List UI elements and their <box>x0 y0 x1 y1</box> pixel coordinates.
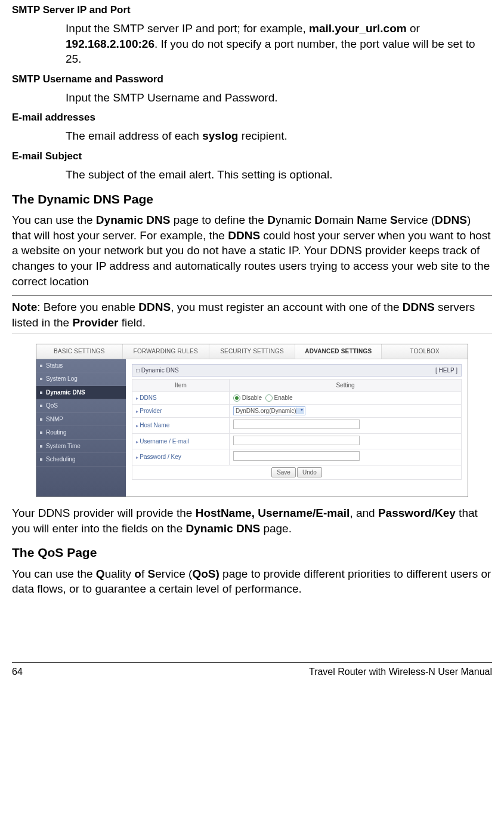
text: ynamic <box>276 214 314 226</box>
sidebar-item-snmp[interactable]: SNMP <box>36 413 126 427</box>
text: omain <box>323 214 357 226</box>
row-value-ddns: Disable Enable <box>230 391 462 404</box>
text-bold: DDNS <box>228 229 260 242</box>
tab-label: SECURITY SETTINGS <box>220 347 284 356</box>
panel-title: □ Dynamic DNS <box>136 366 179 375</box>
bullet-icon <box>40 431 42 434</box>
text-bold: S <box>390 214 398 226</box>
sidebar-item-label: System Time <box>46 442 81 451</box>
note-box: Note: Before you enable DDNS, you must r… <box>12 295 492 334</box>
sidebar-item-label: System Log <box>46 375 78 383</box>
text-bold: Q <box>96 568 105 580</box>
row-value-username <box>230 433 462 449</box>
sidebar-item-system-time[interactable]: System Time <box>36 440 126 454</box>
term-smtp-user: SMTP Username and Password <box>12 73 492 87</box>
row-value-hostname <box>230 418 462 434</box>
desc-smtp-user: Input the SMTP Username and Password. <box>66 90 492 106</box>
sidebar-item-system-log[interactable]: System Log <box>36 372 126 386</box>
provider-select[interactable]: DynDNS.org(Dynamic) <box>233 406 305 416</box>
text: ervice ( <box>155 568 192 580</box>
text-bold: Provider <box>72 316 118 329</box>
sidebar-item-label: QoS <box>46 402 58 410</box>
text-bold: D <box>314 214 323 226</box>
row-label-hostname: Host Name <box>132 418 230 434</box>
table-row: Host Name <box>132 418 462 434</box>
text-bold: HostName, Username/E-mail <box>196 507 350 519</box>
tab-toolbox[interactable]: TOOLBOX <box>382 344 468 359</box>
sidebar-item-qos[interactable]: QoS <box>36 399 126 413</box>
text-bold: D <box>267 214 276 226</box>
password-input[interactable] <box>233 451 360 461</box>
text: recipient. <box>238 130 287 142</box>
bullet-icon <box>40 391 42 394</box>
tab-label: TOOLBOX <box>410 347 440 356</box>
tab-advanced-settings[interactable]: ADVANCED SETTINGS <box>295 344 382 359</box>
radio-disable[interactable] <box>233 394 240 402</box>
username-input[interactable] <box>233 436 360 445</box>
table-row: Password / Key <box>132 449 462 465</box>
page-number: 64 <box>12 665 23 679</box>
row-value-password <box>230 449 462 465</box>
sidebar-item-label: SNMP <box>46 415 63 424</box>
tab-security-settings[interactable]: SECURITY SETTINGS <box>209 344 296 359</box>
sidebar-item-label: Routing <box>46 428 66 437</box>
radio-enable[interactable] <box>265 394 273 402</box>
text-bold: Dynamic DNS <box>186 522 261 535</box>
settings-table: Item Setting DDNS Disable Enable Provide… <box>132 379 462 480</box>
syslog-bold: syslog <box>202 130 238 142</box>
sidebar-item-dynamic-dns[interactable]: Dynamic DNS <box>36 386 126 400</box>
term-email-subj: E-mail Subject <box>12 150 492 164</box>
text: page. <box>260 522 292 535</box>
text: You can use the <box>12 214 96 226</box>
screenshot-ddns-page: BASIC SETTINGS FORWARDING RULES SECURITY… <box>36 344 468 497</box>
note-text: Note: Before you enable DDNS, you must r… <box>12 300 492 330</box>
table-row: SaveUndo <box>132 465 462 480</box>
bullet-icon <box>40 378 42 380</box>
para-ddns: You can use the Dynamic DNS page to defi… <box>12 212 492 289</box>
text: : Before you enable <box>37 301 138 313</box>
text-bold: QoS) <box>192 568 219 580</box>
bullet-icon <box>40 405 42 407</box>
sidebar-item-scheduling[interactable]: Scheduling <box>36 453 126 467</box>
tab-forwarding-rules[interactable]: FORWARDING RULES <box>123 344 209 359</box>
example-2: 192.168.2.100:26 <box>66 38 154 50</box>
radio-label: Disable <box>242 394 262 401</box>
bullet-icon <box>40 458 42 461</box>
text: ervice ( <box>398 214 435 226</box>
tab-basic-settings[interactable]: BASIC SETTINGS <box>36 344 123 359</box>
sidebar-item-status[interactable]: Status <box>36 359 126 373</box>
para-qos: You can use the Quality of Service (QoS)… <box>12 566 492 597</box>
th-setting: Setting <box>230 380 462 392</box>
example-1: mail.your_url.com <box>309 22 407 35</box>
text: You can use the <box>12 568 96 580</box>
panel-dynamic-dns: □ Dynamic DNS [ HELP ] Item Setting DDNS… <box>126 359 468 497</box>
save-button[interactable]: Save <box>271 467 296 478</box>
table-header-row: Item Setting <box>132 380 462 392</box>
text: The email address of each <box>66 130 202 142</box>
row-label-provider: Provider <box>132 404 230 418</box>
text-bold: DDNS <box>435 214 467 226</box>
text-bold: o <box>134 568 141 580</box>
undo-button[interactable]: Undo <box>297 467 322 478</box>
text: , and <box>350 507 378 519</box>
text: field. <box>119 316 146 329</box>
text-bold: DDNS <box>403 301 435 313</box>
row-value-provider: DynDNS.org(Dynamic) <box>230 404 462 418</box>
tab-label: ADVANCED SETTINGS <box>305 347 372 356</box>
button-row: SaveUndo <box>132 465 462 480</box>
table-row: Username / E-mail <box>132 433 462 449</box>
desc-smtp-ip: Input the SMTP server IP and port; for e… <box>66 21 492 67</box>
help-link[interactable]: [ HELP ] <box>435 366 457 375</box>
term-email-addr: E-mail addresses <box>12 111 492 125</box>
text: Input the SMTP server IP and port; for e… <box>66 22 309 35</box>
text: Your DDNS provider will provide the <box>12 507 196 519</box>
heading-ddns: The Dynamic DNS Page <box>12 191 492 208</box>
bullet-icon <box>40 418 42 421</box>
tab-bar: BASIC SETTINGS FORWARDING RULES SECURITY… <box>36 344 468 359</box>
table-row: Provider DynDNS.org(Dynamic) <box>132 404 462 418</box>
row-label-ddns: DDNS <box>132 391 230 404</box>
text-bold: Password/Key <box>378 507 456 519</box>
hostname-input[interactable] <box>233 420 360 429</box>
sidebar-item-routing[interactable]: Routing <box>36 426 126 440</box>
text-bold: S <box>147 568 155 580</box>
